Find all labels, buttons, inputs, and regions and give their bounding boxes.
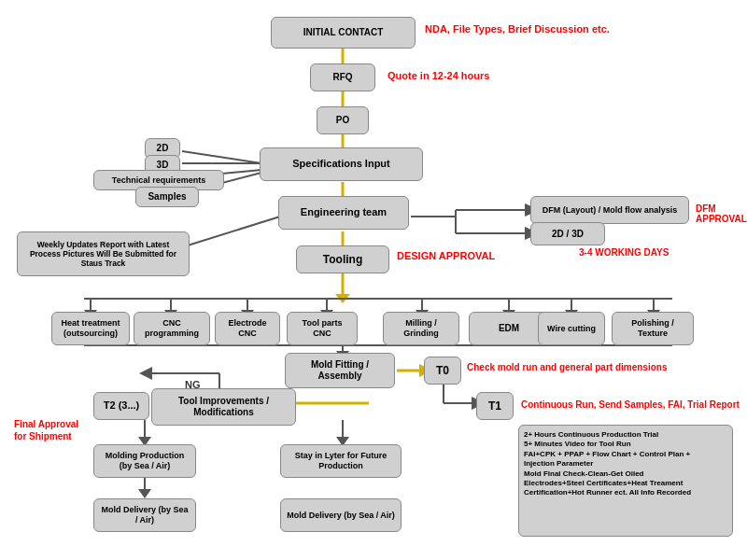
process-flow-diagram: INITIAL CONTACT NDA, File Types, Brief D… [0, 0, 747, 560]
heat-treatment-box: Heat treatment (outsourcing) [51, 312, 130, 345]
quote-label: Quote in 12-24 hours [388, 70, 489, 81]
po-box: PO [317, 106, 369, 134]
samples-box: Samples [135, 187, 199, 207]
rfq-box: RFQ [310, 63, 375, 91]
check-mold-label: Check mold run and general part dimensio… [467, 362, 668, 372]
engineering-team-box: Engineering team [278, 196, 409, 230]
t1-detail-box: 2+ Hours Continuous Production Trial 5+ … [518, 425, 733, 537]
dfm-2d3d-box: 2D / 3D [530, 222, 605, 245]
tool-improvements-box: Tool Improvements / Modifications [151, 388, 296, 426]
mold-fitting-box: Mold Fitting / Assembly [285, 353, 395, 388]
svg-marker-55 [139, 367, 152, 380]
specs-input-box: Specifications Input [260, 147, 423, 181]
cnc-programming-box: CNC programming [134, 312, 210, 345]
molding-production-box: Molding Production (by Sea / Air) [93, 444, 196, 478]
t0-box: T0 [424, 357, 461, 385]
initial-contact-box: INITIAL CONTACT [271, 17, 416, 49]
ng-label: NG [185, 379, 201, 390]
t1-box: T1 [476, 392, 514, 420]
tooling-box: Tooling [296, 245, 389, 273]
dfm-box: DFM (Layout) / Mold flow analysis [530, 196, 689, 224]
polishing-box: Polishing / Texture [612, 312, 694, 345]
svg-marker-59 [138, 489, 151, 498]
tool-parts-cnc-box: Tool parts CNC [287, 312, 358, 345]
t1-detail-text: 2+ Hours Continuous Production Trial 5+ … [524, 430, 727, 498]
design-approval-label: DESIGN APPROVAL [397, 250, 495, 261]
working-days-label: 3-4 WORKING DAYS [579, 247, 669, 258]
wire-cutting-box: Wire cutting [538, 312, 605, 345]
mold-delivery-right-box: Mold Delivery (by Sea / Air) [280, 498, 402, 532]
svg-marker-17 [335, 294, 350, 303]
stay-in-lyter-box: Stay in Lyter for Future Production [280, 444, 402, 478]
dfm-approval-label: DFM APPROVAL [696, 203, 747, 224]
electrode-cnc-box: Electrode CNC [215, 312, 280, 345]
weekly-updates-box: Weekly Updates Report with Latest Proces… [17, 231, 190, 276]
svg-line-62 [182, 151, 261, 163]
nda-label: NDA, File Types, Brief Discussion etc. [425, 23, 610, 35]
final-approval-label: Final Approval for Shipment [14, 418, 89, 442]
t2-box: T2 (3...) [93, 392, 149, 420]
mold-delivery-bottom-box: Mold Delivery (by Sea / Air) [93, 498, 196, 532]
milling-box: Milling / Grinding [383, 312, 459, 345]
continuous-run-label: Continuous Run, Send Samples, FAI, Trial… [521, 399, 740, 410]
